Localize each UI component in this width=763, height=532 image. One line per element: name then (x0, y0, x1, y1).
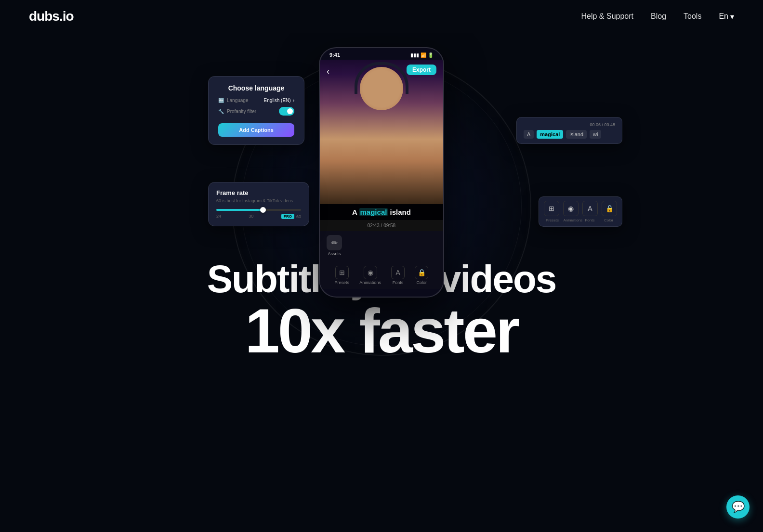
panel-timeline-words: 00:06 / 00:48 A magical island wi (516, 117, 622, 144)
assets-icon: ✏ (327, 235, 342, 250)
brand-logo[interactable]: dubs.io (29, 9, 74, 24)
choose-language-title: Choose language (218, 84, 294, 92)
hero-line-2: 10x faster (207, 299, 556, 362)
animations-label: Animations (564, 218, 579, 222)
toolbar-animations-button[interactable]: ◉ (563, 201, 579, 216)
panel-icon-toolbar: ⊞ ◉ A 🔒 Presets Animations Fonts Color (539, 196, 622, 227)
phone-frame: 9:41 ▮▮▮ 📶 🔋 ‹ Export A magical island 0… (319, 47, 444, 298)
language-icon: 🔤 (218, 98, 224, 103)
battery-icon: 🔋 (428, 52, 434, 58)
phone-back-button[interactable]: ‹ (327, 66, 329, 77)
nav-link-help[interactable]: Help & Support (581, 12, 634, 20)
slider-min-label: 24 (216, 214, 221, 219)
phone-bottom-icons: ⊞ Presets ◉ Animations A Fonts 🔒 Color (320, 264, 443, 287)
phone-media: ‹ Export (320, 60, 443, 204)
color-label: Color (601, 218, 617, 222)
language-selector[interactable]: En ▾ (719, 12, 734, 21)
phone-mockup: 9:41 ▮▮▮ 📶 🔋 ‹ Export A magical island 0… (319, 47, 444, 298)
toolbar-fonts-button[interactable]: A (582, 201, 598, 216)
phone-icon-presets[interactable]: ⊞ Presets (335, 266, 350, 285)
phone-icon-color[interactable]: 🔒 Color (415, 266, 428, 285)
fonts-icon-box: A (391, 266, 405, 279)
phone-bottom-panel: ⊞ Presets ◉ Animations A Fonts 🔒 Color (320, 260, 443, 289)
timeline-time: 00:06 / 00:48 (524, 122, 615, 127)
fonts-label-bottom: Fonts (393, 280, 404, 285)
hero-section: Choose language 🔤 Language English (EN) … (0, 33, 763, 401)
nav-links: Help & Support Blog Tools En ▾ (581, 12, 734, 21)
presets-icon-box: ⊞ (335, 266, 349, 279)
nav-item-help[interactable]: Help & Support (581, 12, 634, 21)
chat-icon: 💬 (732, 501, 745, 513)
language-label: En (719, 12, 728, 21)
nav-link-blog[interactable]: Blog (651, 12, 666, 20)
color-label-bottom: Color (417, 280, 427, 285)
phone-icon-animations[interactable]: ◉ Animations (359, 266, 381, 285)
status-icons: ▮▮▮ 📶 🔋 (410, 52, 434, 58)
fonts-label: Fonts (582, 218, 598, 222)
nav-item-tools[interactable]: Tools (684, 12, 701, 21)
language-label: 🔤 Language (218, 98, 249, 103)
animations-label-bottom: Animations (359, 280, 381, 285)
word-chip-a[interactable]: A (524, 130, 534, 139)
phone-icon-fonts[interactable]: A Fonts (391, 266, 405, 285)
presets-label: Presets (545, 218, 560, 222)
toolbar-icons: ⊞ ◉ A 🔒 (544, 201, 617, 216)
toolbar-color-button[interactable]: 🔒 (602, 201, 617, 216)
wifi-icon: 📶 (421, 52, 426, 58)
assets-label: Assets (328, 251, 341, 256)
caption-prefix: A (352, 208, 359, 216)
profanity-icon: 🔧 (218, 109, 224, 114)
navigation: dubs.io Help & Support Blog Tools En ▾ (0, 0, 763, 33)
phone-export-button[interactable]: Export (407, 65, 436, 75)
caption-highlight: magical (359, 208, 388, 216)
profanity-label: 🔧 Profanity filter (218, 109, 256, 114)
toolbar-presets-button[interactable]: ⊞ (544, 201, 559, 216)
signal-icon: ▮▮▮ (410, 52, 419, 58)
toolbar-labels: Presets Animations Fonts Color (544, 218, 617, 222)
presets-label-bottom: Presets (335, 280, 350, 285)
word-chip-magical[interactable]: magical (537, 130, 563, 139)
assets-button[interactable]: ✏ Assets (327, 235, 342, 256)
phone-time: 9:41 (329, 52, 340, 58)
chat-support-button[interactable]: 💬 (726, 495, 750, 519)
nav-link-tools[interactable]: Tools (684, 12, 701, 20)
nav-item-blog[interactable]: Blog (651, 12, 666, 21)
phone-timeline: 02:43 / 09:58 (320, 220, 443, 231)
color-icon-box: 🔒 (415, 266, 428, 279)
word-chip-island[interactable]: island (566, 130, 587, 139)
timeline-words: A magical island wi (524, 130, 615, 139)
phone-caption-bar: A magical island (320, 204, 443, 220)
caption-suffix: island (388, 208, 411, 216)
phone-status-bar: 9:41 ▮▮▮ 📶 🔋 (320, 48, 443, 60)
animations-icon-box: ◉ (364, 266, 377, 279)
chevron-down-icon: ▾ (730, 12, 734, 21)
woman-photo (320, 60, 443, 204)
word-chip-wi[interactable]: wi (590, 130, 601, 139)
